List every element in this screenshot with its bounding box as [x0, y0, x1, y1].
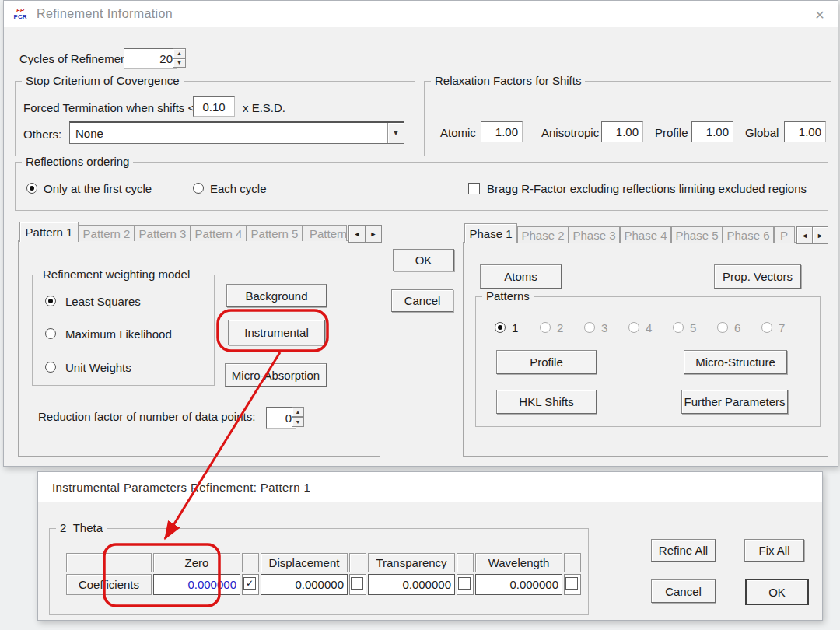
transparency-refine-checkbox[interactable]: [458, 577, 471, 590]
profile-field[interactable]: 1.00: [691, 121, 733, 142]
displacement-check-header: [349, 553, 366, 572]
least-squares-radio[interactable]: [45, 296, 56, 306]
wavelength-refine-checkbox[interactable]: [565, 577, 578, 590]
main-title-bar: FP PCR Refinement Information: [4, 1, 838, 27]
displacement-checkbox-cell: [349, 574, 366, 595]
sub-dialog-title: Instrumental Parameters Refinement: Patt…: [52, 481, 310, 494]
hkl-shifts-button[interactable]: HKL Shifts: [496, 390, 597, 414]
cycles-of-refinement-field[interactable]: 20: [124, 48, 177, 69]
instrumental-parameters-dialog: Instrumental Parameters Refinement: Patt…: [37, 471, 823, 621]
patterns-radio-7[interactable]: [761, 322, 772, 333]
stop-criterium-group: Stop Criterium of Covergence Forced Term…: [15, 81, 415, 156]
displacement-value-cell[interactable]: 0.000000: [261, 574, 348, 595]
tab-phase-4[interactable]: Phase 4: [620, 226, 671, 243]
tab-phase-1[interactable]: Phase 1: [464, 223, 517, 243]
patterns-radio-6[interactable]: [717, 322, 728, 333]
relaxation-factors-group: Relaxation Factors for Shifts Atomic Ani…: [424, 81, 831, 156]
tab-pattern-3[interactable]: Pattern 3: [135, 225, 191, 241]
sub-cancel-button[interactable]: Cancel: [651, 579, 716, 603]
pattern-tabs-scroll-right-icon[interactable]: ►: [365, 225, 382, 243]
patterns-radio-5[interactable]: [673, 322, 684, 333]
patterns-label-7[interactable]: 7: [779, 321, 785, 334]
least-squares-label[interactable]: Least Squares: [65, 295, 141, 308]
tab-phase-5[interactable]: Phase 5: [671, 226, 723, 243]
reduction-factor-spinner[interactable]: ▲ ▼: [292, 407, 304, 427]
patterns-label-2[interactable]: 2: [557, 321, 563, 334]
maximum-likelihood-label[interactable]: Maximum Likelihood: [65, 327, 172, 341]
phase-tabs-scroll-right-icon[interactable]: ►: [812, 226, 828, 244]
spinner-down-icon[interactable]: ▼: [292, 417, 304, 427]
spinner-up-icon[interactable]: ▲: [173, 48, 186, 58]
prop-vectors-button[interactable]: Prop. Vectors: [714, 264, 801, 289]
only-first-cycle-radio[interactable]: [26, 183, 37, 194]
anisotropic-field[interactable]: 1.00: [601, 121, 643, 142]
patterns-label-1[interactable]: 1: [512, 321, 518, 334]
transparency-value-cell[interactable]: 0.000000: [368, 574, 455, 595]
patterns-radio-2[interactable]: [540, 322, 551, 333]
stop-criterium-group-title: Stop Criterium of Covergence: [22, 74, 184, 87]
cancel-button[interactable]: Cancel: [391, 289, 453, 312]
two-theta-group-title: 2_Theta: [56, 521, 107, 534]
bragg-rfactor-label[interactable]: Bragg R-Factor excluding reflections lim…: [487, 182, 807, 195]
profile-button[interactable]: Profile: [496, 350, 597, 374]
micro-absorption-button[interactable]: Micro-Absorption: [225, 363, 327, 387]
displacement-column-header: Displacement: [261, 553, 348, 572]
maximum-likelihood-radio[interactable]: [45, 328, 56, 339]
weighting-model-group: Refinement weighting model Least Squares…: [32, 275, 215, 386]
pattern-tabs-scroll-left-icon[interactable]: ◄: [348, 225, 366, 243]
displacement-refine-checkbox[interactable]: [351, 577, 363, 590]
unit-weights-radio[interactable]: [45, 362, 56, 373]
each-cycle-label[interactable]: Each cycle: [210, 182, 267, 195]
tab-pattern-4[interactable]: Pattern 4: [191, 225, 247, 241]
patterns-group-title: Patterns: [482, 289, 534, 303]
table-corner-cell: [66, 553, 152, 572]
zero-value-cell[interactable]: 0.000000: [153, 574, 240, 595]
unit-weights-label[interactable]: Unit Weights: [65, 361, 131, 374]
bragg-rfactor-checkbox[interactable]: [468, 183, 480, 194]
patterns-label-5[interactable]: 5: [690, 321, 696, 334]
tab-phase-3[interactable]: Phase 3: [569, 226, 620, 243]
zero-refine-checkbox[interactable]: ✓: [243, 577, 256, 590]
others-combobox[interactable]: None ▼: [69, 121, 404, 144]
patterns-label-4[interactable]: 4: [646, 321, 652, 334]
atomic-field[interactable]: 1.00: [481, 121, 523, 142]
tab-pattern-5[interactable]: Pattern 5: [247, 225, 303, 241]
patterns-radio-4[interactable]: [628, 322, 639, 333]
further-parameters-button[interactable]: Further Parameters: [681, 390, 788, 414]
refine-all-button[interactable]: Refine All: [651, 539, 716, 562]
wavelength-value-cell[interactable]: 0.000000: [475, 574, 562, 595]
shifts-threshold-field[interactable]: 0.10: [193, 96, 235, 117]
close-icon[interactable]: ✕: [810, 5, 830, 25]
sub-ok-button[interactable]: OK: [745, 579, 809, 605]
cycles-spinner[interactable]: ▲ ▼: [173, 48, 186, 68]
each-cycle-radio[interactable]: [193, 183, 204, 194]
spinner-up-icon[interactable]: ▲: [292, 407, 304, 417]
patterns-radio-3[interactable]: [584, 322, 595, 333]
esd-label: x E.S.D.: [243, 101, 285, 114]
only-first-cycle-label[interactable]: Only at the first cycle: [44, 182, 152, 195]
tab-pattern-6-truncated[interactable]: Pattern: [303, 225, 347, 241]
sub-title-bar: Instrumental Parameters Refinement: Patt…: [38, 472, 822, 502]
combobox-dropdown-icon[interactable]: ▼: [387, 123, 404, 143]
patterns-label-6[interactable]: 6: [734, 321, 740, 334]
global-field[interactable]: 1.00: [784, 121, 826, 142]
background-button[interactable]: Background: [226, 284, 327, 307]
transparency-column-header: Transparency: [368, 553, 455, 572]
tab-phase-7-truncated[interactable]: P: [774, 226, 795, 243]
ok-button[interactable]: OK: [393, 249, 454, 271]
transparency-check-header: [457, 553, 474, 572]
patterns-radio-1[interactable]: [495, 322, 506, 333]
spinner-down-icon[interactable]: ▼: [173, 58, 186, 68]
wavelength-check-header: [564, 553, 581, 572]
phase-tabs-scroll-left-icon[interactable]: ◄: [796, 226, 813, 244]
micro-structure-button[interactable]: Micro-Structure: [684, 350, 787, 374]
atoms-button[interactable]: Atoms: [480, 264, 562, 289]
fix-all-button[interactable]: Fix All: [744, 539, 804, 562]
tab-pattern-2[interactable]: Pattern 2: [79, 225, 135, 241]
tab-phase-2[interactable]: Phase 2: [517, 226, 569, 243]
tab-pattern-1[interactable]: Pattern 1: [19, 222, 79, 242]
patterns-label-3[interactable]: 3: [601, 321, 607, 334]
tab-phase-6[interactable]: Phase 6: [723, 226, 774, 243]
reflections-ordering-group-title: Reflections ordering: [22, 155, 133, 168]
instrumental-button[interactable]: Instrumental: [228, 320, 325, 345]
